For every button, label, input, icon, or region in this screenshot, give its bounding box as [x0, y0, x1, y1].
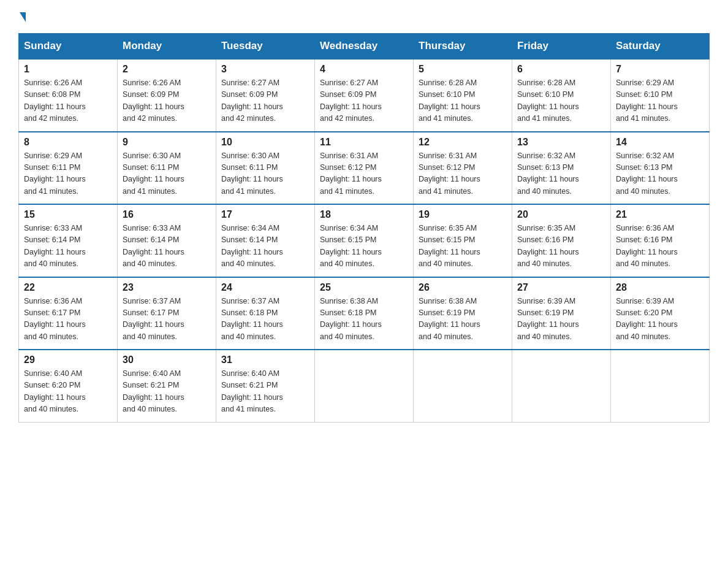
- day-number: 11: [320, 137, 408, 148]
- day-number: 21: [616, 209, 704, 220]
- day-info: Sunrise: 6:29 AMSunset: 6:10 PMDaylight:…: [616, 79, 678, 123]
- calendar-cell: 31 Sunrise: 6:40 AMSunset: 6:21 PMDaylig…: [216, 350, 315, 422]
- calendar-cell: 14 Sunrise: 6:32 AMSunset: 6:13 PMDaylig…: [611, 132, 710, 205]
- day-info: Sunrise: 6:34 AMSunset: 6:14 PMDaylight:…: [221, 224, 283, 268]
- day-number: 4: [320, 64, 408, 75]
- calendar-cell: 3 Sunrise: 6:27 AMSunset: 6:09 PMDayligh…: [216, 59, 315, 132]
- day-info: Sunrise: 6:32 AMSunset: 6:13 PMDaylight:…: [517, 151, 579, 196]
- day-number: 30: [123, 354, 211, 366]
- calendar-cell: [315, 350, 414, 422]
- calendar-cell: 12 Sunrise: 6:31 AMSunset: 6:12 PMDaylig…: [414, 132, 512, 205]
- day-number: 16: [123, 209, 211, 220]
- calendar-cell: 7 Sunrise: 6:29 AMSunset: 6:10 PMDayligh…: [611, 59, 710, 132]
- day-info: Sunrise: 6:28 AMSunset: 6:10 PMDaylight:…: [517, 79, 579, 123]
- calendar-cell: 18 Sunrise: 6:34 AMSunset: 6:15 PMDaylig…: [315, 204, 414, 277]
- day-number: 20: [517, 209, 605, 220]
- calendar-cell: 22 Sunrise: 6:36 AMSunset: 6:17 PMDaylig…: [19, 277, 118, 350]
- calendar-week-row: 22 Sunrise: 6:36 AMSunset: 6:17 PMDaylig…: [19, 277, 710, 350]
- day-number: 14: [616, 137, 704, 148]
- calendar-cell: [512, 350, 611, 422]
- calendar-cell: 17 Sunrise: 6:34 AMSunset: 6:14 PMDaylig…: [216, 204, 315, 277]
- day-info: Sunrise: 6:38 AMSunset: 6:19 PMDaylight:…: [419, 297, 480, 341]
- calendar-cell: [611, 350, 710, 422]
- day-info: Sunrise: 6:27 AMSunset: 6:09 PMDaylight:…: [320, 79, 382, 123]
- day-number: 8: [24, 137, 112, 148]
- calendar-cell: 20 Sunrise: 6:35 AMSunset: 6:16 PMDaylig…: [512, 204, 611, 277]
- day-number: 9: [123, 137, 211, 148]
- column-header-wednesday: Wednesday: [315, 34, 414, 59]
- calendar-cell: 16 Sunrise: 6:33 AMSunset: 6:14 PMDaylig…: [118, 204, 216, 277]
- day-info: Sunrise: 6:40 AMSunset: 6:20 PMDaylight:…: [24, 369, 86, 413]
- logo: [18, 12, 26, 22]
- calendar-cell: 1 Sunrise: 6:26 AMSunset: 6:08 PMDayligh…: [19, 59, 118, 132]
- calendar-cell: 9 Sunrise: 6:30 AMSunset: 6:11 PMDayligh…: [118, 132, 216, 205]
- calendar-week-row: 8 Sunrise: 6:29 AMSunset: 6:11 PMDayligh…: [19, 132, 710, 205]
- day-number: 28: [616, 282, 704, 293]
- calendar-cell: 2 Sunrise: 6:26 AMSunset: 6:09 PMDayligh…: [118, 59, 216, 132]
- column-header-thursday: Thursday: [414, 34, 512, 59]
- day-info: Sunrise: 6:34 AMSunset: 6:15 PMDaylight:…: [320, 224, 382, 268]
- day-info: Sunrise: 6:32 AMSunset: 6:13 PMDaylight:…: [616, 151, 678, 196]
- day-number: 22: [24, 282, 112, 293]
- day-info: Sunrise: 6:40 AMSunset: 6:21 PMDaylight:…: [221, 369, 283, 413]
- day-info: Sunrise: 6:37 AMSunset: 6:18 PMDaylight:…: [221, 297, 283, 341]
- calendar-cell: 25 Sunrise: 6:38 AMSunset: 6:18 PMDaylig…: [315, 277, 414, 350]
- calendar-cell: 10 Sunrise: 6:30 AMSunset: 6:11 PMDaylig…: [216, 132, 315, 205]
- calendar-cell: 4 Sunrise: 6:27 AMSunset: 6:09 PMDayligh…: [315, 59, 414, 132]
- day-info: Sunrise: 6:31 AMSunset: 6:12 PMDaylight:…: [320, 151, 382, 196]
- calendar-cell: [414, 350, 512, 422]
- day-number: 12: [419, 137, 507, 148]
- day-info: Sunrise: 6:29 AMSunset: 6:11 PMDaylight:…: [24, 151, 86, 196]
- day-info: Sunrise: 6:37 AMSunset: 6:17 PMDaylight:…: [123, 297, 184, 341]
- day-info: Sunrise: 6:26 AMSunset: 6:08 PMDaylight:…: [24, 79, 86, 123]
- calendar-cell: 5 Sunrise: 6:28 AMSunset: 6:10 PMDayligh…: [414, 59, 512, 132]
- day-number: 15: [24, 209, 112, 220]
- day-info: Sunrise: 6:28 AMSunset: 6:10 PMDaylight:…: [419, 79, 480, 123]
- calendar-header-row: SundayMondayTuesdayWednesdayThursdayFrid…: [19, 34, 710, 59]
- day-number: 18: [320, 209, 408, 220]
- day-info: Sunrise: 6:33 AMSunset: 6:14 PMDaylight:…: [24, 224, 86, 268]
- day-number: 25: [320, 282, 408, 293]
- day-number: 29: [24, 354, 112, 366]
- day-number: 7: [616, 64, 704, 75]
- day-number: 23: [123, 282, 211, 293]
- day-number: 2: [123, 64, 211, 75]
- day-number: 31: [221, 354, 309, 366]
- column-header-friday: Friday: [512, 34, 611, 59]
- day-info: Sunrise: 6:35 AMSunset: 6:16 PMDaylight:…: [517, 224, 579, 268]
- day-info: Sunrise: 6:39 AMSunset: 6:20 PMDaylight:…: [616, 297, 678, 341]
- calendar-week-row: 29 Sunrise: 6:40 AMSunset: 6:20 PMDaylig…: [19, 350, 710, 422]
- calendar-cell: 11 Sunrise: 6:31 AMSunset: 6:12 PMDaylig…: [315, 132, 414, 205]
- day-info: Sunrise: 6:26 AMSunset: 6:09 PMDaylight:…: [123, 79, 184, 123]
- day-info: Sunrise: 6:39 AMSunset: 6:19 PMDaylight:…: [517, 297, 579, 341]
- calendar-cell: 28 Sunrise: 6:39 AMSunset: 6:20 PMDaylig…: [611, 277, 710, 350]
- day-info: Sunrise: 6:36 AMSunset: 6:17 PMDaylight:…: [24, 297, 86, 341]
- day-number: 3: [221, 64, 309, 75]
- day-info: Sunrise: 6:31 AMSunset: 6:12 PMDaylight:…: [419, 151, 480, 196]
- calendar-cell: 13 Sunrise: 6:32 AMSunset: 6:13 PMDaylig…: [512, 132, 611, 205]
- day-number: 10: [221, 137, 309, 148]
- day-info: Sunrise: 6:35 AMSunset: 6:15 PMDaylight:…: [419, 224, 480, 268]
- calendar-cell: 30 Sunrise: 6:40 AMSunset: 6:21 PMDaylig…: [118, 350, 216, 422]
- day-info: Sunrise: 6:36 AMSunset: 6:16 PMDaylight:…: [616, 224, 678, 268]
- page-header: [18, 12, 710, 22]
- calendar-cell: 29 Sunrise: 6:40 AMSunset: 6:20 PMDaylig…: [19, 350, 118, 422]
- column-header-saturday: Saturday: [611, 34, 710, 59]
- calendar-cell: 27 Sunrise: 6:39 AMSunset: 6:19 PMDaylig…: [512, 277, 611, 350]
- calendar-week-row: 15 Sunrise: 6:33 AMSunset: 6:14 PMDaylig…: [19, 204, 710, 277]
- day-number: 26: [419, 282, 507, 293]
- logo-triangle-icon: [20, 12, 26, 22]
- calendar-cell: 23 Sunrise: 6:37 AMSunset: 6:17 PMDaylig…: [118, 277, 216, 350]
- column-header-tuesday: Tuesday: [216, 34, 315, 59]
- day-info: Sunrise: 6:33 AMSunset: 6:14 PMDaylight:…: [123, 224, 184, 268]
- calendar-cell: 15 Sunrise: 6:33 AMSunset: 6:14 PMDaylig…: [19, 204, 118, 277]
- column-header-sunday: Sunday: [19, 34, 118, 59]
- day-info: Sunrise: 6:30 AMSunset: 6:11 PMDaylight:…: [221, 151, 283, 196]
- calendar-cell: 8 Sunrise: 6:29 AMSunset: 6:11 PMDayligh…: [19, 132, 118, 205]
- day-number: 5: [419, 64, 507, 75]
- day-number: 1: [24, 64, 112, 75]
- day-info: Sunrise: 6:27 AMSunset: 6:09 PMDaylight:…: [221, 79, 283, 123]
- day-info: Sunrise: 6:38 AMSunset: 6:18 PMDaylight:…: [320, 297, 382, 341]
- calendar-cell: 26 Sunrise: 6:38 AMSunset: 6:19 PMDaylig…: [414, 277, 512, 350]
- calendar-cell: 24 Sunrise: 6:37 AMSunset: 6:18 PMDaylig…: [216, 277, 315, 350]
